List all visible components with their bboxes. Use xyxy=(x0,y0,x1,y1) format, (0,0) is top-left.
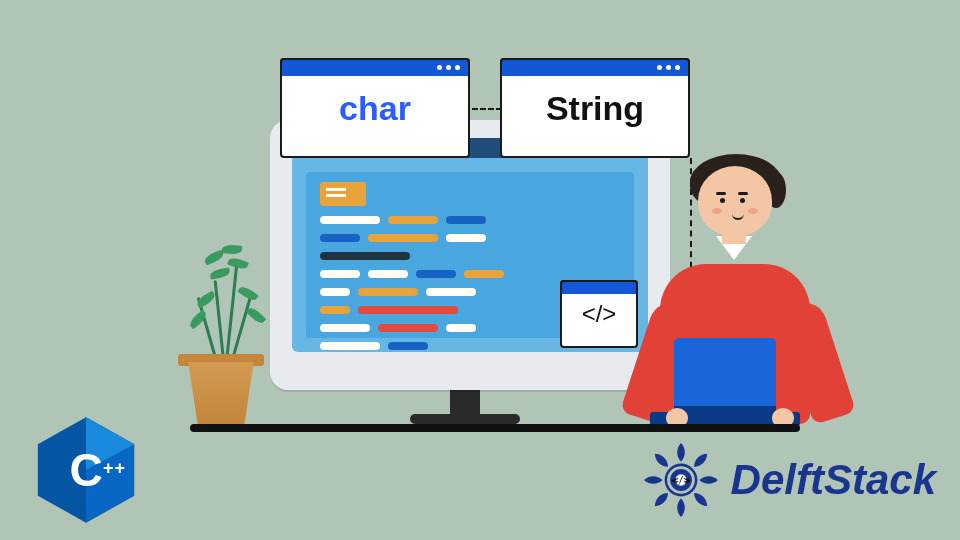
laptop-icon xyxy=(674,338,776,412)
monitor xyxy=(270,120,670,390)
connector-line xyxy=(472,108,502,110)
cpp-plus-plus: ++ xyxy=(103,458,126,479)
svg-text:</>: </> xyxy=(673,475,688,485)
code-tag-icon: </> xyxy=(582,300,617,328)
char-label-window: char xyxy=(280,58,470,158)
person-illustration xyxy=(620,164,840,424)
monitor-stand xyxy=(410,414,520,424)
cpp-logo: C ++ xyxy=(30,414,142,526)
string-label-text: String xyxy=(546,89,644,128)
string-label-window: String xyxy=(500,58,690,158)
illustration-scene: char String </> xyxy=(180,70,780,450)
cpp-letter: C xyxy=(69,443,102,497)
hamburger-icon xyxy=(320,182,366,206)
delftstack-emblem-icon: </> </> xyxy=(639,438,723,522)
delftstack-logo: </> </> DelftStack xyxy=(639,438,936,522)
desk-surface xyxy=(190,424,800,432)
brand-name: DelftStack xyxy=(731,456,936,504)
char-label-text: char xyxy=(339,89,411,128)
plant-icon xyxy=(174,244,274,364)
plant-pot xyxy=(182,362,260,424)
